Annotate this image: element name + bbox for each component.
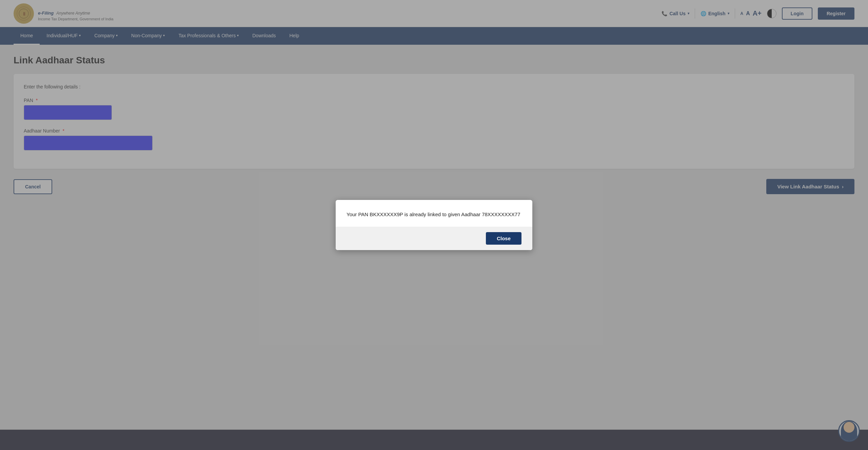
modal-message: Your PAN BKXXXXXX9P is already linked to… (347, 211, 521, 219)
modal-footer: Close (336, 227, 532, 250)
modal-body: Your PAN BKXXXXXX9P is already linked to… (336, 200, 532, 227)
modal-close-button[interactable]: Close (486, 232, 521, 245)
modal-overlay: Your PAN BKXXXXXX9P is already linked to… (0, 0, 868, 450)
modal-box: Your PAN BKXXXXXX9P is already linked to… (336, 200, 532, 250)
